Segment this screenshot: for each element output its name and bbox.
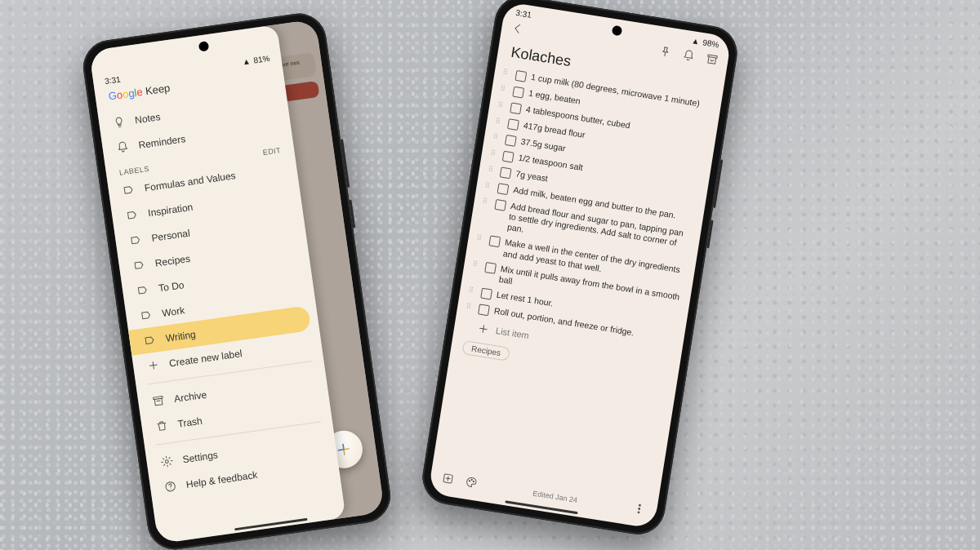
color-palette-button[interactable] [464, 475, 478, 490]
pin-button[interactable] [657, 45, 672, 62]
drag-handle-icon[interactable]: ⠿ [484, 180, 494, 190]
label-icon [124, 208, 139, 222]
svg-point-8 [638, 512, 639, 513]
bell-icon [115, 140, 130, 154]
add-content-button[interactable] [441, 472, 455, 487]
checkbox[interactable] [478, 304, 490, 316]
edited-timestamp: Edited Jan 24 [532, 489, 578, 503]
help-icon [163, 480, 177, 494]
more-menu-button[interactable] [632, 502, 646, 517]
drag-handle-icon[interactable]: ⠿ [502, 67, 512, 77]
lightbulb-icon [111, 115, 126, 129]
archive-button[interactable] [705, 52, 719, 69]
checkbox[interactable] [502, 151, 514, 163]
checkbox[interactable] [488, 236, 501, 248]
drag-handle-icon[interactable]: ⠿ [497, 100, 507, 109]
drag-handle-icon[interactable]: ⠿ [472, 259, 482, 268]
svg-point-4 [471, 479, 472, 480]
trash-icon [154, 419, 169, 433]
checklist: ⠿1 cup milk (80 degrees, microwave 1 min… [453, 64, 722, 370]
back-button[interactable] [510, 21, 525, 38]
battery-text: 98% [702, 38, 719, 49]
svg-point-7 [639, 508, 640, 509]
label-icon [128, 233, 143, 247]
nav-label: Notes [134, 111, 161, 126]
drag-handle-icon[interactable]: ⠿ [500, 83, 510, 93]
label-chip[interactable]: Recipes [461, 340, 510, 361]
checkbox[interactable] [500, 166, 512, 179]
drag-handle-icon[interactable]: ⠿ [495, 116, 505, 126]
drag-handle-icon[interactable]: ⠿ [482, 196, 492, 206]
checkbox[interactable] [510, 102, 522, 114]
label-icon [135, 283, 149, 297]
drag-handle-icon[interactable]: ⠿ [466, 301, 475, 311]
label-icon [142, 334, 157, 348]
wifi-icon: ▲ [242, 56, 251, 66]
drag-handle-icon[interactable]: ⠿ [492, 131, 502, 141]
checkbox[interactable] [497, 183, 510, 195]
gear-icon [159, 455, 174, 468]
edit-labels-button[interactable]: EDIT [262, 146, 282, 157]
status-time: 3:31 [515, 8, 532, 20]
battery-text: 81% [253, 54, 270, 65]
drag-handle-icon[interactable]: ⠿ [487, 164, 497, 174]
checkbox[interactable] [484, 262, 497, 274]
nav-label: Reminders [138, 133, 186, 151]
svg-point-5 [473, 481, 474, 481]
reminder-button[interactable] [681, 49, 696, 66]
checkbox[interactable] [480, 287, 492, 299]
drag-handle-icon[interactable]: ⠿ [476, 233, 486, 242]
label-icon [139, 308, 154, 322]
archive-icon [150, 394, 165, 408]
drag-handle-icon[interactable]: ⠿ [468, 285, 478, 295]
svg-point-6 [639, 504, 640, 506]
label-icon [121, 183, 136, 197]
checkbox[interactable] [514, 70, 527, 82]
checkbox[interactable] [505, 135, 517, 147]
label-icon [131, 258, 146, 272]
plus-icon [145, 358, 160, 372]
svg-point-0 [165, 460, 168, 464]
phone-right: 3:31 ▲ 98% Kolaches ⠿1 cup milk (80 degr… [419, 0, 742, 539]
svg-point-3 [469, 481, 470, 481]
checkbox[interactable] [507, 118, 519, 131]
status-time: 3:31 [105, 74, 122, 86]
phone-left: nd Note... idge ri He! Save nes play the… [80, 10, 394, 550]
note-bottom-bar: Edited Jan 24 [429, 467, 657, 522]
signal-icon: ▲ [691, 36, 701, 46]
checkbox[interactable] [512, 86, 524, 99]
drag-handle-icon[interactable]: ⠿ [489, 148, 499, 157]
plus-icon [476, 322, 490, 335]
checkbox[interactable] [494, 199, 506, 211]
